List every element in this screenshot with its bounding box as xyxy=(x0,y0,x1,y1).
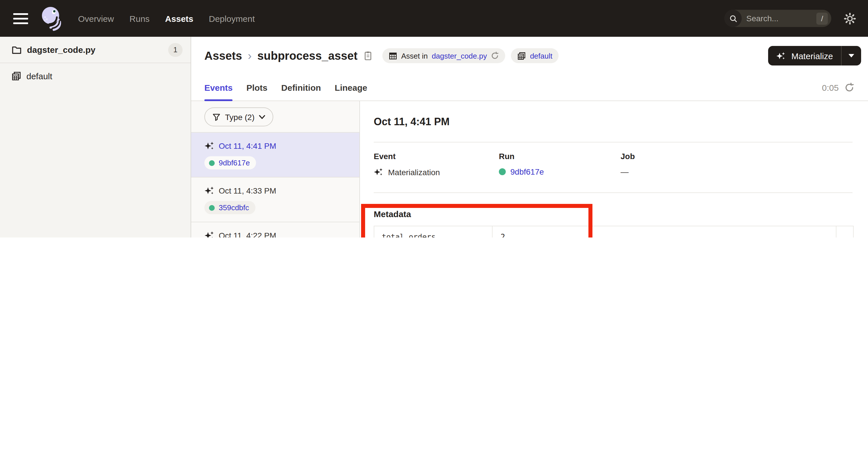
event-timestamp: Oct 11, 4:22 PM xyxy=(219,231,276,237)
timer-countdown: 0:05 xyxy=(822,83,839,92)
materialization-sparkle-icon xyxy=(205,141,215,151)
sidebar-item-group-default[interactable]: default xyxy=(0,63,191,88)
asset-count-badge: 1 xyxy=(168,43,183,57)
event-timestamp: Oct 11, 4:33 PM xyxy=(219,186,276,195)
run-column-label: Run xyxy=(499,152,621,161)
sidebar-item-label: default xyxy=(26,71,52,81)
nav-item-overview[interactable]: Overview xyxy=(78,13,114,23)
type-filter-button[interactable]: Type (2) xyxy=(205,108,274,126)
divider xyxy=(374,192,852,193)
asset-group-link[interactable]: default xyxy=(530,51,552,60)
materialize-label: Materialize xyxy=(792,51,833,61)
main-panel: Assets › subprocess_asset xyxy=(191,37,868,237)
event-list-item[interactable]: Oct 11, 4:33 PM 359cdbfc xyxy=(191,177,360,222)
materialization-sparkle-icon xyxy=(205,185,215,196)
run-status-dot xyxy=(499,168,506,175)
materialization-sparkle-icon xyxy=(776,51,786,61)
search-shortcut-key: / xyxy=(816,12,828,24)
header-actions: Materialize xyxy=(768,46,861,65)
breadcrumb-assets[interactable]: Assets xyxy=(205,49,242,62)
tab-lineage[interactable]: Lineage xyxy=(335,75,367,100)
copy-icon[interactable] xyxy=(363,51,373,61)
nav-item-runs[interactable]: Runs xyxy=(129,13,150,23)
event-details-panel: Oct 11, 4:41 PM Event Materialization xyxy=(360,101,868,237)
run-id-pill[interactable]: 359cdbfc xyxy=(205,201,255,214)
reload-icon[interactable] xyxy=(491,52,499,60)
sidebar-item-code-location[interactable]: dagster_code.py 1 xyxy=(0,37,191,63)
run-status-dot xyxy=(209,205,215,210)
page-title: subprocess_asset xyxy=(257,49,358,62)
divider xyxy=(374,142,852,143)
metadata-key: total_orders xyxy=(374,226,493,237)
hamburger-menu-icon[interactable] xyxy=(13,13,28,24)
materialize-split-button: Materialize xyxy=(768,46,861,65)
materialize-dropdown-button[interactable] xyxy=(842,46,861,65)
run-status-dot xyxy=(209,160,215,166)
materialize-button[interactable]: Materialize xyxy=(768,46,841,65)
code-location-link[interactable]: dagster_code.py xyxy=(432,51,487,60)
asset-header: Assets › subprocess_asset xyxy=(191,37,868,75)
run-id-link[interactable]: 9dbf617e xyxy=(219,158,250,167)
event-timestamp: Oct 11, 4:41 PM xyxy=(219,141,276,150)
header-badges: Asset in dagster_code.py xyxy=(382,48,559,63)
asset-group-icon xyxy=(517,51,526,60)
materialization-sparkle-icon xyxy=(205,230,215,237)
tab-plots[interactable]: Plots xyxy=(246,75,267,100)
left-sidebar: dagster_code.py 1 default dagster_code.p… xyxy=(0,37,191,237)
asset-tabs: Events Plots Definition Lineage 0:05 xyxy=(191,75,868,101)
materialization-sparkle-icon xyxy=(374,167,383,177)
global-search[interactable]: / xyxy=(724,10,831,27)
search-icon xyxy=(724,10,742,27)
event-detail-title: Oct 11, 4:41 PM xyxy=(374,116,852,128)
event-list-item[interactable]: Oct 11, 4:41 PM 9dbf617e xyxy=(191,133,360,177)
primary-nav: Overview Runs Assets Deployment xyxy=(78,13,255,23)
filter-funnel-icon xyxy=(212,113,220,121)
run-id-link[interactable]: 9dbf617e xyxy=(510,167,544,176)
chevron-down-icon xyxy=(259,115,266,119)
nav-item-deployment[interactable]: Deployment xyxy=(209,13,255,23)
asset-group-badge[interactable]: default xyxy=(511,48,559,63)
event-list-item[interactable]: Oct 11, 4:22 PM 637aed75 xyxy=(191,222,360,237)
sidebar-item-label: dagster_code.py xyxy=(27,45,95,55)
event-list-panel: Type (2) Oct 11, 4:41 PM xyxy=(191,101,360,237)
app-window: Overview Runs Assets Deployment / xyxy=(0,0,868,237)
asset-group-icon xyxy=(11,71,21,81)
top-navbar: Overview Runs Assets Deployment / xyxy=(0,0,868,37)
metadata-actions-cell xyxy=(836,226,853,237)
filter-label: Type (2) xyxy=(225,112,255,121)
table-icon xyxy=(389,51,397,60)
code-location-badge[interactable]: Asset in dagster_code.py xyxy=(382,48,505,63)
metadata-value: 2 xyxy=(493,226,836,237)
folder-icon xyxy=(11,44,22,55)
breadcrumb-separator: › xyxy=(248,49,251,62)
tab-definition[interactable]: Definition xyxy=(281,75,321,100)
badge-text: Asset in xyxy=(401,51,428,60)
event-column-label: Event xyxy=(374,152,499,161)
event-type-value: Materialization xyxy=(388,168,440,177)
nav-item-assets[interactable]: Assets xyxy=(165,13,193,23)
search-input[interactable] xyxy=(742,14,816,23)
chevron-down-icon xyxy=(848,54,854,57)
event-run-job-row: Event Materialization Run xyxy=(374,152,852,177)
gear-icon[interactable] xyxy=(844,12,856,24)
run-id-pill[interactable]: 9dbf617e xyxy=(205,156,256,170)
job-column-label: Job xyxy=(621,152,635,161)
run-id-link[interactable]: 359cdbfc xyxy=(219,203,249,212)
dagster-logo[interactable] xyxy=(39,5,63,32)
event-filter-row: Type (2) xyxy=(191,101,360,133)
job-value: — xyxy=(621,167,635,176)
metadata-heading: Metadata xyxy=(374,209,852,219)
tab-events[interactable]: Events xyxy=(205,75,232,100)
refresh-icon[interactable] xyxy=(844,83,854,92)
events-content: Type (2) Oct 11, 4:41 PM xyxy=(191,101,868,237)
refresh-timer: 0:05 xyxy=(822,75,854,100)
metadata-table: total_orders 2 path /Users/yuhan/dev/loc… xyxy=(374,226,854,237)
